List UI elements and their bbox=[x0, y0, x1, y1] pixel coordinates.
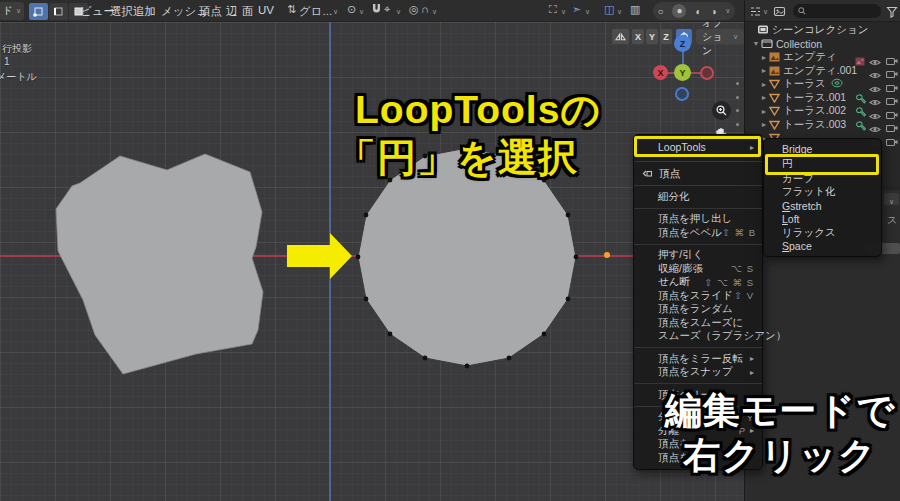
chevron-down-icon[interactable]: ∨ bbox=[561, 8, 566, 16]
menu-item-push-pull[interactable]: 押す/引く bbox=[634, 249, 762, 263]
expand-caret-icon[interactable]: ► bbox=[759, 108, 769, 115]
menu-select[interactable]: 選択 bbox=[110, 4, 133, 19]
menu-item-looptools[interactable]: LoopTools ▸ bbox=[634, 137, 762, 157]
outliner-search-input[interactable] bbox=[793, 4, 881, 18]
menu-item-bevel-vertices[interactable]: 頂点をベベル⇧ ⌘ B bbox=[634, 226, 762, 240]
menu-separator bbox=[634, 208, 762, 209]
gizmo-neg-z-axis[interactable] bbox=[675, 87, 689, 101]
callout-select-circle: LoopToolsの 「円」を選択 bbox=[355, 86, 601, 181]
outliner-row-collection[interactable]: ▼ Collection bbox=[745, 37, 900, 51]
edge-select-button[interactable] bbox=[49, 3, 68, 20]
submenu-item-curve[interactable]: カーブ bbox=[764, 172, 881, 185]
chevron-down-icon: ∨ bbox=[16, 7, 21, 15]
menu-item-shear[interactable]: せん断⇧ ⌥ ⌘ S bbox=[634, 276, 762, 290]
editor-type-icon[interactable] bbox=[749, 4, 762, 22]
submenu-item-space[interactable]: Space bbox=[764, 239, 881, 252]
mesh-symmetry-icon[interactable] bbox=[612, 29, 629, 44]
zoom-viewport-button[interactable] bbox=[712, 101, 731, 120]
menu-vertex[interactable]: 頂点 bbox=[199, 4, 222, 19]
symmetry-z-toggle[interactable]: Z bbox=[660, 29, 672, 44]
submenu-item-bridge[interactable]: Bridge bbox=[764, 142, 881, 155]
symmetry-x-toggle[interactable]: X bbox=[632, 29, 644, 44]
symmetry-y-toggle[interactable]: Y bbox=[646, 29, 658, 44]
gizmo-y-axis[interactable]: Y bbox=[674, 64, 691, 81]
menu-item-subdivide[interactable]: 細分化 bbox=[634, 190, 762, 204]
chevron-down-icon[interactable]: ∨ bbox=[725, 7, 730, 15]
solid-shading-icon[interactable]: ● bbox=[672, 4, 686, 18]
expand-caret-icon[interactable]: ► bbox=[759, 81, 769, 88]
image-badge-icon bbox=[855, 52, 865, 70]
shading-mode-group: ○ ● ◐ ◑ ∨ bbox=[653, 2, 735, 20]
menu-item-shrink-fatten[interactable]: 収縮/膨張⌥ S bbox=[634, 262, 762, 276]
chevron-down-icon[interactable]: ∨ bbox=[617, 8, 622, 16]
snap-target-icon[interactable]: ⌖ bbox=[384, 3, 390, 16]
gizmo-z-axis[interactable]: Z bbox=[674, 35, 691, 52]
pivot-point-icon[interactable]: ⊙ bbox=[347, 3, 356, 16]
submenu-item-gstretch[interactable]: Gstretch bbox=[764, 199, 881, 212]
options-dropdown[interactable]: オプション∨ bbox=[696, 29, 744, 44]
edge-dot bbox=[736, 123, 739, 126]
chevron-down-icon[interactable]: ∨ bbox=[763, 8, 768, 16]
snap-magnet-icon[interactable] bbox=[371, 3, 382, 16]
menu-item-extrude-vertices[interactable]: 頂点を押し出し bbox=[634, 213, 762, 227]
outliner-scene-collection[interactable]: シーンコレクション bbox=[745, 23, 900, 37]
menu-add[interactable]: 追加 bbox=[133, 4, 156, 19]
menu-separator bbox=[634, 244, 762, 245]
menu-edge[interactable]: 辺 bbox=[226, 4, 238, 19]
panel-text-fragment: ス bbox=[887, 213, 897, 227]
expand-caret-icon[interactable]: ► bbox=[759, 121, 769, 128]
submenu-item-circle[interactable]: 円 bbox=[764, 155, 881, 172]
submenu-item-loft[interactable]: Loft bbox=[764, 213, 881, 226]
menu-item-snap-vertices[interactable]: 頂点をスナップ▸ bbox=[634, 366, 762, 380]
gizmo-neg-x-axis[interactable] bbox=[700, 66, 714, 80]
view-info-line3: メートル bbox=[0, 70, 37, 84]
xray-toggle-icon[interactable]: ▥ bbox=[630, 3, 640, 16]
edge-dot bbox=[736, 82, 739, 85]
mesh-data-icon bbox=[769, 120, 780, 130]
edge-select-icon bbox=[53, 6, 64, 17]
expand-caret-icon[interactable]: ▼ bbox=[751, 40, 761, 47]
scene-collection-icon bbox=[757, 24, 769, 35]
rendered-shading-icon[interactable]: ◑ bbox=[710, 6, 716, 17]
expand-caret-icon[interactable]: ► bbox=[759, 67, 769, 74]
chevron-down-icon[interactable]: ∨ bbox=[432, 8, 437, 16]
wireframe-shading-icon[interactable]: ○ bbox=[657, 6, 663, 17]
menu-uv[interactable]: UV bbox=[258, 4, 274, 16]
orientation-dropdown[interactable]: グロ... bbox=[299, 4, 332, 19]
menu-item-randomize-vertices[interactable]: 頂点をランダム bbox=[634, 303, 762, 317]
chevron-down-icon[interactable]: ∨ bbox=[396, 8, 401, 16]
view-info-line1: 行投影 bbox=[2, 42, 32, 56]
submenu-item-relax[interactable]: リラックス bbox=[764, 226, 881, 239]
show-gizmo-icon[interactable]: ⛶ bbox=[549, 3, 557, 16]
menu-item-mirror-vertices[interactable]: 頂点をミラー反転▸ bbox=[634, 352, 762, 366]
overlays-toggle-icon[interactable]: ◫ bbox=[604, 3, 614, 16]
chevron-down-icon[interactable]: ∨ bbox=[884, 193, 899, 205]
wrench-modifier-icon bbox=[856, 118, 866, 136]
expand-caret-icon[interactable]: ► bbox=[759, 94, 769, 101]
chevron-down-icon[interactable]: ∨ bbox=[585, 8, 590, 16]
material-shading-icon[interactable]: ◐ bbox=[695, 6, 701, 17]
filter-funnel-icon[interactable] bbox=[886, 4, 898, 22]
display-mode-icon[interactable] bbox=[773, 4, 786, 22]
chevron-down-icon[interactable]: ∨ bbox=[333, 8, 338, 16]
menu-item-smooth-vertices[interactable]: 頂点をスムーズに bbox=[634, 316, 762, 330]
menu-separator bbox=[634, 185, 762, 186]
blob-mesh[interactable] bbox=[56, 154, 263, 374]
transform-orientation-icon[interactable]: ⇅ bbox=[287, 3, 296, 16]
camera-visibility-icon[interactable] bbox=[886, 133, 898, 151]
proportional-edit-icon[interactable]: ◎ bbox=[409, 3, 419, 16]
gizmos-toggle-icon[interactable]: ➣ bbox=[572, 3, 581, 16]
chevron-down-icon[interactable]: ∨ bbox=[359, 8, 364, 16]
menu-face[interactable]: 面 bbox=[242, 4, 254, 19]
empty-image-icon bbox=[769, 52, 780, 62]
falloff-curve-icon[interactable]: ∩ bbox=[421, 3, 429, 15]
expand-caret-icon[interactable]: ► bbox=[759, 54, 769, 61]
edge-dot bbox=[736, 109, 739, 112]
gizmo-x-axis[interactable]: X bbox=[653, 65, 668, 80]
menu-item-laplacian-smooth[interactable]: スムーズ（ラプラシアン） bbox=[634, 330, 762, 344]
submenu-item-flatten[interactable]: フラット化 bbox=[764, 186, 881, 199]
mode-dropdown[interactable]: ド∨ bbox=[0, 2, 24, 20]
vertex-select-button[interactable] bbox=[29, 3, 48, 20]
menu-item-slide-vertices[interactable]: 頂点をスライド⇧ V bbox=[634, 289, 762, 303]
looptools-submenu: Bridge 円 カーブ フラット化 Gstretch Loft リラックス S… bbox=[763, 138, 882, 257]
